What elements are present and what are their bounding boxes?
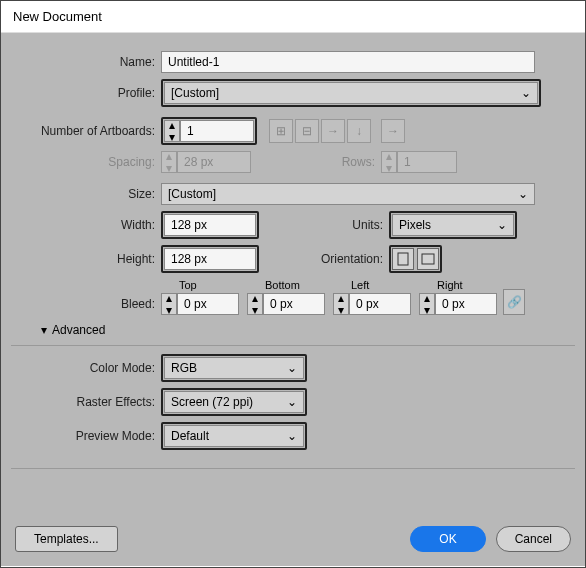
colormode-value: RGB xyxy=(171,361,197,375)
name-label: Name: xyxy=(11,55,161,69)
advanced-toggle[interactable]: ▾ Advanced xyxy=(41,323,575,337)
right-label: Right xyxy=(419,279,497,291)
divider xyxy=(11,345,575,346)
bleed-left-stepper[interactable]: ▴▾ xyxy=(333,293,411,315)
spacing-stepper: ▴▾ xyxy=(161,151,251,173)
top-label: Top xyxy=(161,279,239,291)
arrange-custom-icon: → xyxy=(381,119,405,143)
grid-by-row-icon: ⊞ xyxy=(269,119,293,143)
stepper-arrows-icon[interactable]: ▴▾ xyxy=(247,293,263,315)
height-label: Height: xyxy=(11,252,161,266)
rows-stepper: ▴▾ xyxy=(381,151,457,173)
profile-select[interactable]: [Custom] ⌄ xyxy=(164,82,538,104)
artboards-label: Number of Artboards: xyxy=(11,124,161,138)
artboards-stepper[interactable]: ▴▾ xyxy=(164,120,254,142)
orientation-portrait-button[interactable] xyxy=(392,248,414,270)
svg-rect-1 xyxy=(422,254,434,264)
size-value: [Custom] xyxy=(168,187,216,201)
dialog-title: New Document xyxy=(1,1,585,33)
chevron-down-icon: ⌄ xyxy=(287,395,297,409)
chevron-down-icon: ⌄ xyxy=(497,218,507,232)
units-value: Pixels xyxy=(399,218,431,232)
preview-label: Preview Mode: xyxy=(11,429,161,443)
raster-value: Screen (72 ppi) xyxy=(171,395,253,409)
bleed-right-stepper[interactable]: ▴▾ xyxy=(419,293,497,315)
orientation-landscape-button[interactable] xyxy=(417,248,439,270)
artboards-input[interactable] xyxy=(180,120,254,142)
rows-label: Rows: xyxy=(251,155,381,169)
arrange-down-icon: ↓ xyxy=(347,119,371,143)
portrait-icon xyxy=(397,252,409,266)
raster-select[interactable]: Screen (72 ppi) ⌄ xyxy=(164,391,304,413)
bleed-top-input[interactable] xyxy=(177,293,239,315)
colormode-select[interactable]: RGB ⌄ xyxy=(164,357,304,379)
profile-label: Profile: xyxy=(11,86,161,100)
bleed-left-input[interactable] xyxy=(349,293,411,315)
svg-rect-0 xyxy=(398,253,408,265)
size-select[interactable]: [Custom] ⌄ xyxy=(161,183,535,205)
height-input[interactable] xyxy=(164,248,256,270)
colormode-label: Color Mode: xyxy=(11,361,161,375)
new-document-dialog: New Document Name: Profile: [Custom] ⌄ N… xyxy=(0,0,586,568)
chevron-down-icon: ⌄ xyxy=(518,187,528,201)
units-label: Units: xyxy=(259,218,389,232)
bleed-top-stepper[interactable]: ▴▾ xyxy=(161,293,239,315)
size-label: Size: xyxy=(11,187,161,201)
cancel-button[interactable]: Cancel xyxy=(496,526,571,552)
bleed-right-input[interactable] xyxy=(435,293,497,315)
ok-button[interactable]: OK xyxy=(410,526,485,552)
width-input[interactable] xyxy=(164,214,256,236)
link-icon: 🔗 xyxy=(507,295,522,309)
templates-button[interactable]: Templates... xyxy=(15,526,118,552)
stepper-arrows-icon: ▴▾ xyxy=(381,151,397,173)
landscape-icon xyxy=(421,253,435,265)
bleed-link-button[interactable]: 🔗 xyxy=(503,289,525,315)
bleed-label: Bleed: xyxy=(11,297,161,315)
stepper-arrows-icon: ▴▾ xyxy=(161,151,177,173)
dialog-content: Name: Profile: [Custom] ⌄ Number of Artb… xyxy=(1,33,585,566)
stepper-arrows-icon[interactable]: ▴▾ xyxy=(161,293,177,315)
raster-label: Raster Effects: xyxy=(11,395,161,409)
preview-select[interactable]: Default ⌄ xyxy=(164,425,304,447)
width-label: Width: xyxy=(11,218,161,232)
stepper-arrows-icon[interactable]: ▴▾ xyxy=(333,293,349,315)
rows-input xyxy=(397,151,457,173)
bleed-bottom-stepper[interactable]: ▴▾ xyxy=(247,293,325,315)
advanced-label: Advanced xyxy=(52,323,105,337)
bottom-label: Bottom xyxy=(247,279,325,291)
bleed-bottom-input[interactable] xyxy=(263,293,325,315)
spacing-label: Spacing: xyxy=(11,155,161,169)
divider xyxy=(11,468,575,469)
stepper-arrows-icon[interactable]: ▴▾ xyxy=(164,120,180,142)
chevron-down-icon: ⌄ xyxy=(287,361,297,375)
profile-value: [Custom] xyxy=(171,86,219,100)
preview-value: Default xyxy=(171,429,209,443)
units-select[interactable]: Pixels ⌄ xyxy=(392,214,514,236)
chevron-down-icon: ⌄ xyxy=(521,86,531,100)
name-input[interactable] xyxy=(161,51,535,73)
stepper-arrows-icon[interactable]: ▴▾ xyxy=(419,293,435,315)
left-label: Left xyxy=(333,279,411,291)
grid-by-col-icon: ⊟ xyxy=(295,119,319,143)
orientation-label: Orientation: xyxy=(259,252,389,266)
arrange-right-icon: → xyxy=(321,119,345,143)
chevron-down-icon: ⌄ xyxy=(287,429,297,443)
spacing-input xyxy=(177,151,251,173)
triangle-down-icon: ▾ xyxy=(41,323,47,337)
